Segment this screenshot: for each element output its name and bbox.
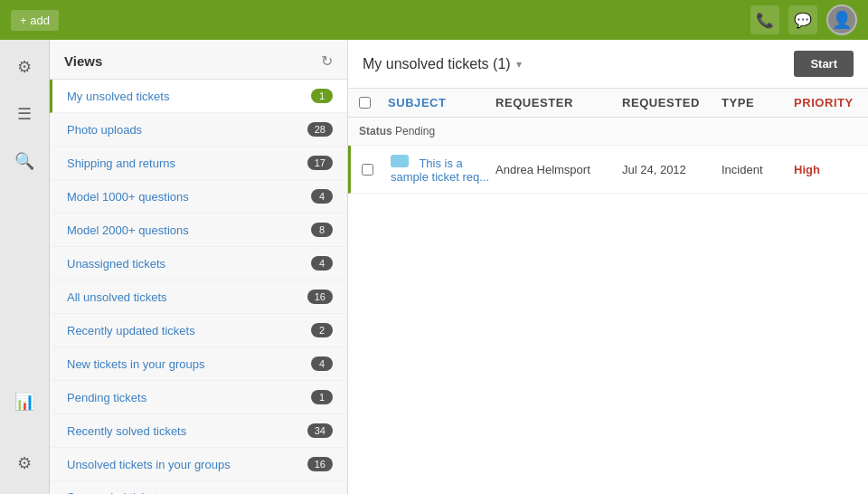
row-checkbox[interactable] [362,164,373,176]
view-item-7[interactable]: Recently updated tickets2 [50,314,347,347]
settings-icon[interactable]: ⚙ [8,51,41,83]
content-title-text: My unsolved tickets (1) [363,56,511,72]
ticket-type: Incident [722,163,794,176]
view-item-label-11: Unsolved tickets in your groups [67,458,307,471]
chat-icon[interactable]: 💬 [788,5,817,34]
avatar[interactable]: 👤 [826,5,857,35]
view-badge-7: 2 [311,323,333,337]
view-badge-1: 28 [307,122,333,137]
search-icon[interactable]: 🔍 [8,145,41,177]
main-layout: ⚙ ☰ 🔍 📊 ⚙ Views ↻ My unsolved tickets1Ph… [0,40,868,494]
table-header: Subject Requester Requested Type Priorit… [348,89,868,118]
view-item-label-4: Model 2000+ questions [67,223,311,237]
status-row: Status Pending [348,118,868,146]
ticket-priority: High [794,163,857,176]
content-header: My unsolved tickets (1) ▾ Start [348,40,868,89]
icon-sidebar: ⚙ ☰ 🔍 📊 ⚙ [0,40,50,494]
chart-icon[interactable]: 📊 [8,385,41,418]
table-row[interactable]: This is a sample ticket req... Andrea He… [348,146,868,194]
status-value: Pending [395,125,435,138]
view-item-label-5: Unassigned tickets [67,257,311,271]
view-badge-4: 8 [311,223,333,237]
view-item-4[interactable]: Model 2000+ questions8 [50,214,347,247]
dropdown-arrow-icon[interactable]: ▾ [516,58,522,71]
row-check-col [362,164,391,176]
header-priority: Priority [794,96,857,109]
menu-icon[interactable]: ☰ [8,98,41,130]
view-badge-3: 4 [311,189,333,204]
views-panel: Views ↻ My unsolved tickets1Photo upload… [50,40,348,494]
header-type: Type [722,96,794,109]
views-header: Views ↻ [50,40,347,80]
views-title: Views [64,53,102,69]
view-item-0[interactable]: My unsolved tickets1 [50,80,347,113]
view-item-2[interactable]: Shipping and returns17 [50,147,347,180]
start-button[interactable]: Start [794,51,854,77]
header-requester: Requester [495,96,622,109]
view-badge-10: 34 [307,423,333,438]
view-item-label-9: Pending tickets [67,391,311,404]
view-item-label-6: All unsolved tickets [67,290,307,304]
phone-icon[interactable]: 📞 [750,5,779,34]
view-item-label-0: My unsolved tickets [67,90,311,103]
view-item-9[interactable]: Pending tickets1 [50,381,347,414]
status-label: Status [359,125,395,138]
add-button-label: + add [20,14,50,27]
header-requested: Requested [622,96,722,109]
ticket-table: Subject Requester Requested Type Priorit… [348,89,868,494]
add-button[interactable]: + add [11,10,59,31]
content-area: My unsolved tickets (1) ▾ Start Subject … [348,40,868,494]
view-item-label-8: New tickets in your groups [67,357,311,371]
header-check-col [359,97,388,109]
view-item-label-12: Suspended tickets [67,490,333,494]
view-item-label-10: Recently solved tickets [67,424,307,438]
settings2-icon[interactable]: ⚙ [8,447,41,480]
view-item-label-3: Model 1000+ questions [67,190,311,204]
ticket-type-icon [391,155,409,167]
view-badge-0: 1 [311,89,333,103]
content-title: My unsolved tickets (1) ▾ [363,56,522,72]
view-item-3[interactable]: Model 1000+ questions4 [50,180,347,214]
view-badge-11: 16 [307,457,333,471]
view-item-label-1: Photo uploads [67,123,307,137]
view-badge-6: 16 [307,290,333,304]
header-subject: Subject [388,96,495,109]
view-item-label-7: Recently updated tickets [67,324,311,337]
topbar-left: + add [11,10,59,31]
view-item-6[interactable]: All unsolved tickets16 [50,280,347,314]
view-item-8[interactable]: New tickets in your groups4 [50,347,347,381]
view-badge-9: 1 [311,390,333,404]
view-item-11[interactable]: Unsolved tickets in your groups16 [50,448,347,481]
ticket-subject-col: This is a sample ticket req... [391,155,495,184]
select-all-checkbox[interactable] [359,97,371,109]
view-item-1[interactable]: Photo uploads28 [50,113,347,147]
view-badge-2: 17 [307,156,333,170]
ticket-requester: Andrea Helmsport [495,163,622,176]
topbar-right: 📞 💬 👤 [750,5,857,35]
view-item-12[interactable]: Suspended tickets [50,481,347,494]
views-list: My unsolved tickets1Photo uploads28Shipp… [50,80,347,494]
topbar: + add 📞 💬 👤 [0,0,868,40]
ticket-requested: Jul 24, 2012 [622,163,722,176]
view-badge-8: 4 [311,356,333,371]
view-item-10[interactable]: Recently solved tickets34 [50,414,347,448]
view-badge-5: 4 [311,256,333,271]
view-item-label-2: Shipping and returns [67,157,307,170]
view-item-5[interactable]: Unassigned tickets4 [50,247,347,280]
refresh-icon[interactable]: ↻ [321,52,333,70]
